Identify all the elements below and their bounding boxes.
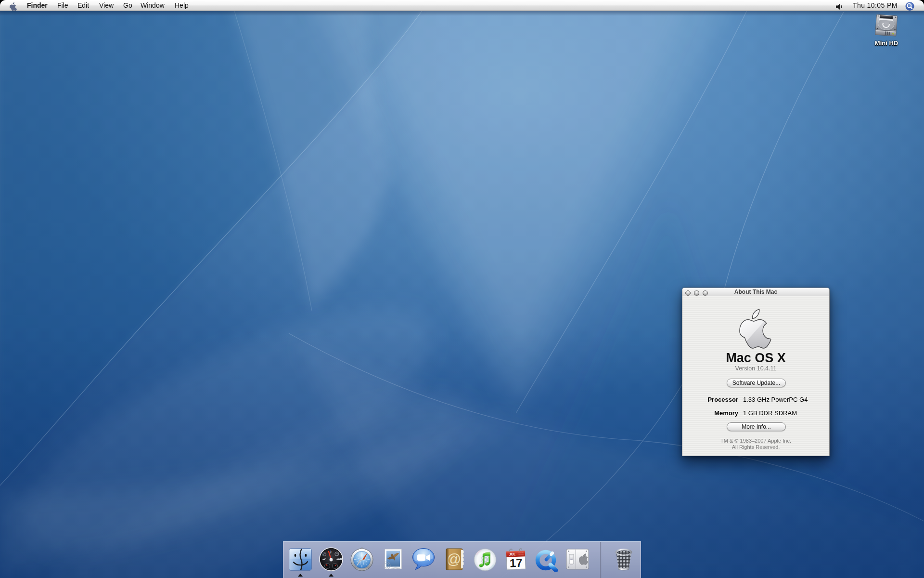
svg-text:17: 17 bbox=[509, 556, 523, 570]
svg-text:@: @ bbox=[447, 551, 461, 567]
svg-text:@: @ bbox=[322, 552, 326, 557]
svg-text:JUL: JUL bbox=[509, 552, 516, 557]
